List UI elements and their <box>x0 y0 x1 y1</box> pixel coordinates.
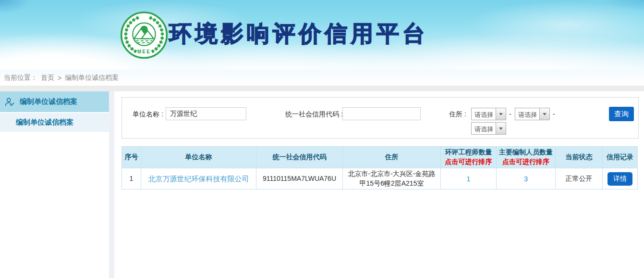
query-button[interactable]: 查询 <box>609 107 634 121</box>
breadcrumb-home-link[interactable]: 首页 <box>41 74 54 82</box>
cell-unit-name: 北京万源世纪环保科技有限公司 <box>141 168 256 190</box>
breadcrumb: 当前位置： 首页 > 编制单位诚信档案 <box>0 70 644 86</box>
credit-code-input[interactable] <box>342 107 421 120</box>
column-staff-count-sort[interactable]: 主要编制人员数量 点击可进行排序 <box>497 147 556 168</box>
sort-hint: 点击可进行排序 <box>442 158 495 166</box>
table-header-row: 序号 单位名称 统一社会信用代码 住所 环评工程师数量 点击可进行排序 主要编制… <box>122 147 638 168</box>
site-header: MEE 环境影响评价信用平台 <box>0 0 644 70</box>
breadcrumb-separator: > <box>58 74 61 82</box>
cell-engineer-count: 1 <box>441 168 497 190</box>
address-city-select[interactable]: 请选择 <box>515 108 550 120</box>
column-label: 环评工程师数量 <box>445 148 492 156</box>
select-value: 请选择 <box>472 123 496 134</box>
cell-index: 1 <box>122 168 141 190</box>
address-label: 住所 : <box>449 110 466 119</box>
credit-code-label: 统一社会信用代码 : <box>285 110 343 119</box>
vertical-divider <box>109 91 114 278</box>
mee-emblem-icon: MEE <box>120 11 168 59</box>
page: MEE 环境影响评价信用平台 当前位置： 首页 > 编制单位诚信档案 编制单位诚… <box>0 0 644 278</box>
horizontal-divider <box>0 86 644 91</box>
unit-name-input[interactable] <box>166 107 246 120</box>
site-title: 环境影响评价信用平台 <box>169 21 428 46</box>
dash-separator: - <box>553 110 555 118</box>
engineer-count-link[interactable]: 1 <box>466 175 470 183</box>
chevron-down-icon[interactable] <box>539 108 549 120</box>
chevron-down-icon[interactable] <box>496 123 506 134</box>
user-check-icon <box>4 97 15 107</box>
select-value: 请选择 <box>472 108 496 120</box>
cell-credit-record: 详情 <box>603 168 638 190</box>
results-table: 序号 单位名称 统一社会信用代码 住所 环评工程师数量 点击可进行排序 主要编制… <box>122 146 638 190</box>
cell-status: 正常公开 <box>556 168 603 190</box>
search-panel: 单位名称 : 统一社会信用代码 : 住所 : 请选择 - 请选择 - 请选择 <box>122 97 639 139</box>
main-content: 单位名称 : 统一社会信用代码 : 住所 : 请选择 - 请选择 - 请选择 <box>114 91 644 278</box>
breadcrumb-current: 编制单位诚信档案 <box>65 74 119 82</box>
column-credit-record: 信用记录 <box>603 147 638 168</box>
sidebar: 编制单位诚信档案 编制单位诚信档案 <box>0 91 109 278</box>
logo-text: MEE <box>137 49 151 54</box>
column-unit-name: 单位名称 <box>141 147 256 168</box>
address-province-select[interactable]: 请选择 <box>471 108 506 120</box>
sort-hint: 点击可进行排序 <box>498 158 554 166</box>
detail-button[interactable]: 详情 <box>608 172 632 186</box>
table-row: 1 北京万源世纪环保科技有限公司 91110115MA7LWUA76U 北京市-… <box>122 168 638 190</box>
select-value: 请选择 <box>515 108 539 120</box>
column-label: 主要编制人员数量 <box>499 148 553 156</box>
column-address: 住所 <box>343 147 441 168</box>
company-name-link[interactable]: 北京万源世纪环保科技有限公司 <box>148 175 249 183</box>
cell-address: 北京市-北京市-大兴区-金苑路甲15号6幢2层A215室 <box>343 168 441 190</box>
column-status: 当前状态 <box>556 147 603 168</box>
sidebar-subitem-unit-credit-archive[interactable]: 编制单位诚信档案 <box>0 112 109 132</box>
breadcrumb-label: 当前位置： <box>4 74 37 82</box>
staff-count-link[interactable]: 3 <box>524 175 528 183</box>
sidebar-item-label: 编制单位诚信档案 <box>20 97 77 106</box>
sidebar-item-unit-credit-archive[interactable]: 编制单位诚信档案 <box>0 91 109 112</box>
cell-credit-code: 91110115MA7LWUA76U <box>256 168 343 190</box>
cell-staff-count: 3 <box>497 168 556 190</box>
column-credit-code: 统一社会信用代码 <box>256 147 343 168</box>
address-district-select[interactable]: 请选择 <box>471 122 506 135</box>
dash-separator: - <box>509 110 511 118</box>
chevron-down-icon[interactable] <box>496 108 506 120</box>
column-engineer-count-sort[interactable]: 环评工程师数量 点击可进行排序 <box>441 147 497 168</box>
column-index: 序号 <box>122 147 141 168</box>
sidebar-subitem-label: 编制单位诚信档案 <box>16 118 73 127</box>
unit-name-label: 单位名称 : <box>133 110 163 119</box>
